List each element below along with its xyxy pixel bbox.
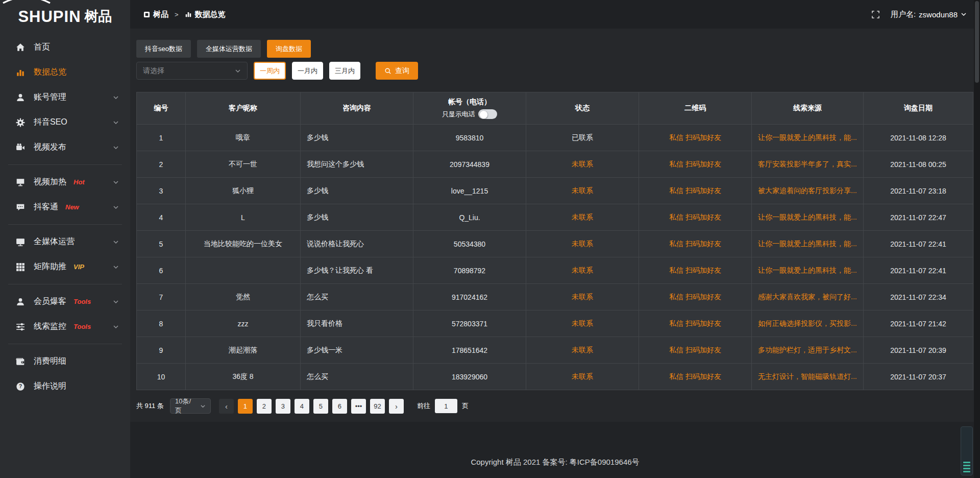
cell-source-link[interactable]: 感谢大家喜欢我家，被问了好...	[752, 284, 863, 310]
cell-qrcode-link[interactable]: 私信 扫码加好友	[639, 231, 751, 257]
period-button-2[interactable]: 一月内	[292, 62, 323, 80]
sliders-icon	[15, 322, 26, 332]
cell-nickname: 潮起潮落	[186, 337, 300, 363]
chevron-down-icon	[113, 264, 119, 270]
page-button-4[interactable]: 4	[295, 399, 309, 414]
goto-page: 前往 页	[417, 399, 469, 413]
sidebar-item-member-baoke[interactable]: 会员爆客Tools	[0, 289, 130, 314]
sidebar-item-media-operation[interactable]: 全媒体运营	[0, 229, 130, 254]
sidebar-item-data-overview[interactable]: 数据总览	[0, 60, 130, 85]
cell-no: 1	[137, 125, 185, 151]
cell-no: 5	[137, 231, 185, 257]
cell-qrcode-link[interactable]: 私信 扫码加好友	[639, 257, 751, 283]
page-button-6[interactable]: 6	[332, 399, 347, 414]
prev-page-button[interactable]: ‹	[219, 399, 234, 414]
cell-qrcode-link[interactable]: 私信 扫码加好友	[639, 284, 751, 310]
cell-qrcode-link[interactable]: 私信 扫码加好友	[639, 204, 751, 230]
sidebar-badge: New	[65, 203, 79, 211]
period-button-3[interactable]: 三月内	[329, 62, 360, 80]
tab-inquiry-data[interactable]: 询盘数据	[267, 40, 311, 58]
cell-content: 多少钱？让我死心 看	[301, 257, 413, 283]
cell-date: 2021-11-07 20:37	[864, 364, 973, 390]
sidebar-item-consume-detail[interactable]: 消费明细	[0, 349, 130, 374]
cell-source-link[interactable]: 客厅安装投影半年多了，真实...	[752, 151, 863, 177]
tab-media-operation-data[interactable]: 全媒体运营数据	[197, 40, 261, 58]
cell-qrcode-link[interactable]: 私信 扫码加好友	[639, 364, 751, 390]
sidebar-item-douketong[interactable]: 抖客通New	[0, 195, 130, 220]
cell-status: 未联系	[526, 364, 639, 390]
question-icon: ?	[15, 381, 26, 392]
column-header-2: 咨询内容	[301, 92, 413, 124]
username-label: 用户名:	[891, 10, 916, 19]
tab-douyin-seo-data[interactable]: 抖音seo数据	[136, 40, 191, 58]
grid-icon	[15, 262, 26, 272]
goto-label: 前往	[417, 401, 430, 411]
sidebar-item-account-manage[interactable]: 账号管理	[0, 85, 130, 110]
page-button-2[interactable]: 2	[257, 399, 272, 414]
filter-select[interactable]: 请选择	[136, 62, 248, 80]
cell-qrcode-link[interactable]: 私信 扫码加好友	[639, 151, 751, 177]
next-page-button[interactable]: ›	[389, 399, 404, 414]
fullscreen-icon[interactable]	[872, 11, 879, 18]
filter-select-placeholder: 请选择	[143, 66, 164, 76]
sidebar-item-instructions[interactable]: ?操作说明	[0, 374, 130, 399]
sidebar-item-matrix-boost[interactable]: 矩阵助推VIP	[0, 254, 130, 279]
cell-qrcode-link[interactable]: 私信 扫码加好友	[639, 310, 751, 337]
sidebar-item-video-heat[interactable]: 视频加热Hot	[0, 170, 130, 195]
scrollbar-thumb[interactable]	[975, 1, 979, 83]
corner-widget[interactable]	[961, 426, 973, 475]
sidebar: SHUPIN 树品 首页数据总览账号管理抖音SEO视频发布视频加热Hot抖客通N…	[0, 0, 130, 478]
user-icon	[15, 92, 26, 103]
cell-source-link[interactable]: 让你一眼就爱上的黑科技，能...	[752, 204, 863, 230]
phone-toggle-row: 只显示电话	[442, 109, 497, 119]
cell-content: 说说价格让我死心	[301, 231, 413, 257]
person-icon	[15, 297, 26, 307]
phone-only-toggle[interactable]	[478, 109, 497, 119]
period-button-1[interactable]: 一周内	[254, 62, 286, 80]
cell-source-link[interactable]: 多功能护栏灯，适用于乡村文...	[752, 337, 863, 363]
cell-content: 我只看价格	[301, 310, 413, 337]
cell-content: 怎么买	[301, 284, 413, 310]
cell-nickname: 狐小狸	[186, 178, 300, 204]
goto-page-input[interactable]	[435, 399, 457, 413]
cell-content: 多少钱	[301, 125, 413, 151]
sidebar-item-label: 数据总览	[34, 67, 66, 78]
cell-source-link[interactable]: 让你一眼就爱上的黑科技，能...	[752, 231, 863, 257]
sidebar-item-clue-monitor[interactable]: 线索监控Tools	[0, 314, 130, 339]
cell-source-link[interactable]: 被大家追着问的客厅投影分享...	[752, 178, 863, 204]
page-button-3[interactable]: 3	[276, 399, 290, 414]
cell-nickname: 36度 8	[186, 364, 300, 390]
cell-qrcode-link[interactable]: 私信 扫码加好友	[639, 337, 751, 363]
bar-chart-icon	[15, 67, 26, 78]
column-header-7: 询盘日期	[864, 92, 973, 124]
cell-no: 10	[137, 364, 185, 390]
cell-source-link[interactable]: 如何正确选择投影仪，买投影...	[752, 310, 863, 337]
breadcrumb-current[interactable]: 数据总览	[185, 10, 226, 19]
sidebar-item-label: 账号管理	[34, 92, 66, 103]
page-button-92[interactable]: 92	[370, 399, 385, 414]
sidebar-item-label: 全媒体运营	[34, 236, 75, 247]
cell-qrcode-link[interactable]: 私信 扫码加好友	[639, 125, 751, 151]
cell-source-link[interactable]: 让你一眼就爱上的黑科技，能...	[752, 257, 863, 283]
cell-status: 未联系	[526, 204, 639, 230]
chevron-down-icon	[113, 239, 119, 245]
page-button-5[interactable]: 5	[313, 399, 328, 414]
cell-nickname: 不可一世	[186, 151, 300, 177]
sidebar-item-video-publish[interactable]: 视频发布	[0, 135, 130, 160]
cell-source-link[interactable]: 让你一眼就爱上的黑科技，能...	[752, 125, 863, 151]
cell-status: 未联系	[526, 284, 639, 310]
cell-qrcode-link[interactable]: 私信 扫码加好友	[639, 178, 751, 204]
cell-source-link[interactable]: 无主灯设计，智能磁吸轨道灯...	[752, 364, 863, 390]
sidebar-item-douyin-seo[interactable]: 抖音SEO	[0, 110, 130, 135]
cell-nickname: L	[186, 204, 300, 230]
more-pages-button[interactable]: •••	[351, 399, 366, 414]
page-size-select[interactable]: 10条/页	[170, 398, 211, 414]
sidebar-nav: 首页数据总览账号管理抖音SEO视频发布视频加热Hot抖客通New全媒体运营矩阵助…	[0, 30, 130, 399]
footer: Copyright 树品 2021 备案号: 粤ICP备09019646号	[130, 422, 980, 478]
search-button[interactable]: 查询	[376, 62, 418, 80]
user-menu[interactable]: 用户名: zswodun88	[891, 10, 967, 19]
breadcrumb-root[interactable]: 树品	[143, 10, 168, 19]
cell-content: 多少钱一米	[301, 337, 413, 363]
page-button-1[interactable]: 1	[238, 399, 253, 414]
sidebar-item-home[interactable]: 首页	[0, 35, 130, 60]
